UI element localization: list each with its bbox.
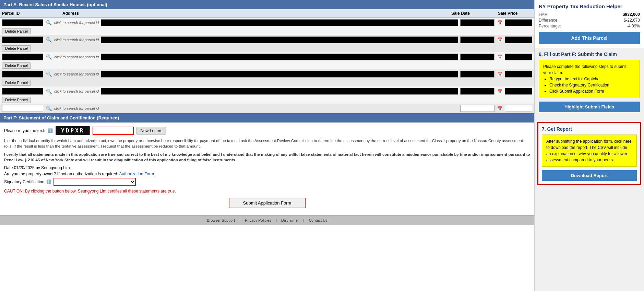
step-7-label: Get Report — [547, 126, 572, 132]
highlight-fields-button[interactable]: Highlight Submit Fields — [539, 102, 640, 112]
footer-disclaimer[interactable]: Disclaimer — [281, 218, 299, 222]
part-f-body: Please retype the text: ℹ️ YDPXR New Let… — [0, 123, 534, 215]
sale-date-input-3[interactable] — [460, 54, 494, 60]
step-6-item-1: Retype the text for Captcha — [549, 76, 635, 82]
calendar-icon-5[interactable]: 📅 — [497, 88, 503, 94]
search-parcel-icon-4[interactable]: 🔍 — [45, 71, 52, 78]
sale-date-input-2[interactable] — [460, 36, 494, 43]
delete-row-2: Delete Parcel — [0, 45, 534, 52]
sale-price-input-5[interactable] — [505, 88, 532, 95]
sale-price-input-4[interactable] — [505, 71, 532, 78]
parcel-row: 🔍 click to search for parcel id 📅 — [0, 18, 534, 27]
address-input-4[interactable] — [101, 71, 458, 78]
address-input-1[interactable] — [101, 19, 458, 26]
col-sale-price: Sale Price — [498, 11, 532, 16]
calendar-icon-2[interactable]: 📅 — [497, 37, 503, 43]
search-label-4: click to search for parcel id — [54, 72, 99, 76]
address-input-3[interactable] — [101, 54, 458, 60]
footer-contact-us[interactable]: Contact Us — [309, 218, 327, 222]
step-7-section: 7. Get Report After submitting the appli… — [537, 122, 641, 185]
delete-parcel-button-4[interactable]: Delete Parcel — [2, 80, 31, 86]
delete-parcel-button-5[interactable]: Delete Parcel — [2, 97, 31, 103]
delete-row-1: Delete Parcel — [0, 27, 534, 35]
search-parcel-icon-6[interactable]: 🔍 — [45, 105, 52, 112]
col-parcel-id: Parcel ID — [2, 11, 60, 16]
parcel-row: 🔍 click to search for parcel id 📅 — [0, 52, 534, 62]
parcel-id-input-5[interactable] — [2, 88, 43, 95]
authorization-link[interactable]: Authorization Form — [119, 172, 154, 176]
sale-price-input-2[interactable] — [505, 36, 532, 43]
date-line: Date:01/20/2025 by Seungyong Lim — [4, 165, 530, 170]
pct-value: -4.09% — [627, 24, 640, 28]
submit-application-button[interactable]: Submit Application Form — [229, 198, 306, 208]
footer-browser-support[interactable]: Browser Support — [207, 218, 235, 222]
diff-label: Difference: — [539, 18, 559, 23]
part-e-title: Part E: Recent Sales of Similar Houses (… — [3, 2, 107, 7]
footer: Browser Support | Privacy Policies | Dis… — [0, 215, 534, 225]
calendar-icon-4[interactable]: 📅 — [497, 71, 503, 77]
sale-date-input-1[interactable] — [460, 19, 494, 26]
parcel-id-input-1[interactable] — [2, 19, 43, 26]
parcel-id-input-4[interactable] — [2, 71, 43, 78]
part-e-section: Part E: Recent Sales of Similar Houses (… — [0, 0, 534, 113]
pct-label: Percentage: — [539, 24, 561, 28]
delete-row-4: Delete Parcel — [0, 79, 534, 86]
download-report-button[interactable]: Download Report — [542, 170, 637, 181]
step-7-title: 7. Get Report — [542, 126, 637, 132]
captcha-help-icon[interactable]: ℹ️ — [48, 128, 53, 133]
sale-date-input-5[interactable] — [460, 88, 494, 95]
sale-price-input-3[interactable] — [505, 54, 532, 60]
main-layout: Part E: Recent Sales of Similar Houses (… — [0, 0, 644, 291]
delete-row-5: Delete Parcel — [0, 96, 534, 104]
calendar-icon-1[interactable]: 📅 — [497, 20, 503, 26]
address-input-5[interactable] — [101, 88, 458, 95]
delete-parcel-button-3[interactable]: Delete Parcel — [2, 62, 31, 69]
step-7-number: 7. — [542, 126, 546, 132]
column-headers: Parcel ID Address Sale Date Sale Price — [0, 9, 534, 18]
part-f-section: Part F: Statement of Claim and Certifica… — [0, 113, 534, 215]
parcel-id-input-6[interactable] — [2, 105, 43, 112]
step-6-section: 6. Fill out Part F: Submit the Claim Ple… — [535, 48, 644, 119]
col-address: Address — [62, 11, 449, 16]
sale-date-input-6[interactable] — [460, 105, 494, 112]
search-parcel-icon-2[interactable]: 🔍 — [45, 36, 52, 43]
auth-line: Are you the property owner? If not an au… — [4, 172, 530, 176]
parcel-row: 🔍 click to search for parcel id 📅 — [0, 86, 534, 96]
step-6-number: 6. — [539, 51, 543, 57]
step-6-item-3: Click Submit Application Form — [549, 88, 635, 94]
signatory-label: Signatory Certification — [4, 179, 44, 184]
signatory-select[interactable] — [53, 178, 136, 186]
rp-fmv-row: FMV: $932,000 — [539, 12, 640, 17]
step-7-desc-text: After submitting the application form, c… — [546, 138, 632, 163]
sale-price-input-1[interactable] — [505, 19, 532, 26]
delete-parcel-button-2[interactable]: Delete Parcel — [2, 45, 31, 51]
step-6-steps: Retype the text for Captcha Check the Si… — [549, 76, 635, 94]
rp-pct-row: Percentage: -4.09% — [539, 24, 640, 28]
search-parcel-icon-1[interactable]: 🔍 — [45, 19, 52, 26]
new-letters-button[interactable]: New Letters — [136, 127, 166, 135]
footer-privacy-policies[interactable]: Privacy Policies — [245, 218, 271, 222]
calendar-icon-6[interactable]: 📅 — [497, 105, 503, 112]
part-f-title: Part F: Statement of Claim and Certifica… — [3, 115, 119, 120]
sale-price-input-6[interactable] — [505, 105, 532, 112]
add-parcel-button[interactable]: Add This Parcel — [539, 32, 640, 44]
search-parcel-icon-5[interactable]: 🔍 — [45, 88, 52, 95]
parcel-id-input-2[interactable] — [2, 36, 43, 43]
parcel-row: 🔍 click to search for parcel id 📅 — [0, 104, 534, 113]
submit-container: Submit Application Form — [4, 198, 530, 208]
step-6-instructions: Please complete the following steps to s… — [539, 60, 640, 98]
part-f-header: Part F: Statement of Claim and Certifica… — [0, 113, 534, 123]
fmv-value: $932,000 — [623, 12, 640, 17]
delete-parcel-button-1[interactable]: Delete Parcel — [2, 28, 31, 34]
captcha-input[interactable] — [93, 127, 134, 135]
calendar-icon-3[interactable]: 📅 — [497, 54, 503, 60]
parcel-id-input-3[interactable] — [2, 54, 43, 60]
signatory-help-icon[interactable]: ℹ️ — [46, 179, 51, 184]
search-label-1: click to search for parcel id — [54, 21, 99, 25]
rp-title: NY Property Tax Reduction Helper — [539, 3, 640, 9]
sale-date-input-4[interactable] — [460, 71, 494, 78]
address-input-2[interactable] — [101, 36, 458, 43]
step-6-label: Fill out Part F: Submit the Claim — [544, 51, 617, 57]
search-parcel-icon-3[interactable]: 🔍 — [45, 54, 52, 60]
left-panel: Part E: Recent Sales of Similar Houses (… — [0, 0, 534, 291]
